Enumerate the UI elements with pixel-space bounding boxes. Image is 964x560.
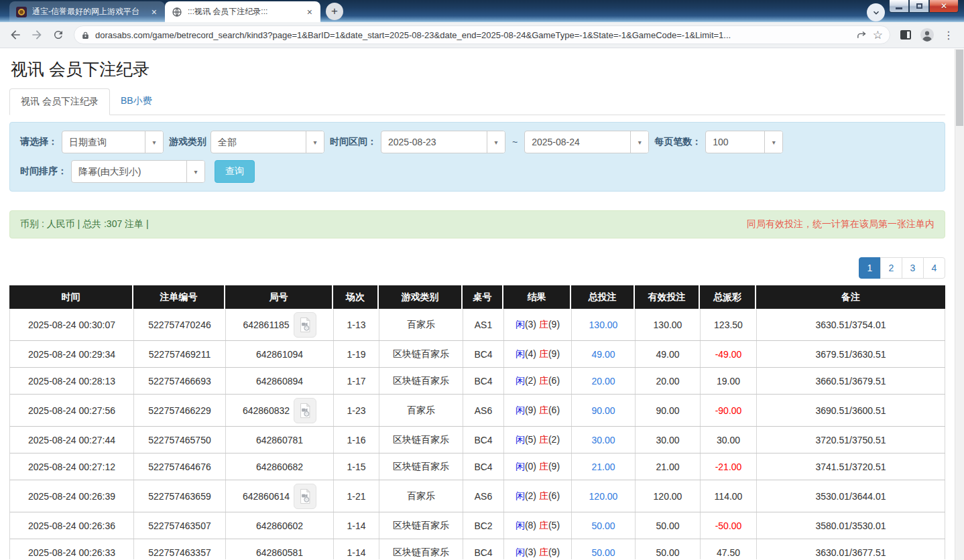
browser-tab-betrecord[interactable]: :::视讯 会员下注纪录::: × (165, 1, 320, 22)
browser-tab-home[interactable]: 通宝-信誉最好的网上游戏平台 × (9, 1, 165, 22)
cell-total-bet: 130.00 (572, 309, 636, 340)
tab-close-icon[interactable]: × (306, 7, 314, 17)
cell-time: 2025-08-24 00:26:36 (10, 512, 134, 539)
page-button-3[interactable]: 3 (902, 257, 924, 279)
table-row: 2025-08-24 00:27:56 522757466229 6428608… (9, 395, 945, 427)
video-file-icon (298, 316, 312, 334)
caret-down-icon[interactable]: ▾ (630, 131, 648, 153)
minimize-button[interactable] (889, 0, 909, 13)
total-bet-link[interactable]: 30.00 (591, 435, 615, 445)
total-bet-link[interactable]: 21.00 (591, 462, 615, 472)
cell-round-id: 642860832 (226, 395, 334, 426)
pagination: 1234 (9, 257, 945, 279)
cell-table-code: AS6 (463, 480, 504, 512)
tab-strip: 通宝-信誉最好的网上游戏平台 × :::视讯 会员下注纪录::: × + (9, 1, 343, 22)
banker-result: 庄 (539, 461, 548, 472)
cell-session: 1-21 (334, 480, 379, 512)
cell-total-bet: 90.00 (572, 395, 636, 426)
tab-search-button[interactable] (867, 3, 885, 21)
cell-bet-id: 522757463507 (134, 512, 226, 539)
cell-round-id: 642860894 (226, 368, 334, 394)
total-bet-link[interactable]: 20.00 (591, 376, 615, 387)
page-scrollbar[interactable] (955, 49, 964, 560)
total-bet-link[interactable]: 90.00 (591, 405, 615, 416)
caret-down-icon[interactable]: ▾ (487, 131, 505, 153)
back-button[interactable] (5, 25, 25, 45)
date-end-select[interactable]: 2025-08-24 ▾ (524, 131, 649, 153)
tab-betrecord[interactable]: 视讯 会员下注纪录 (9, 88, 110, 115)
cell-time: 2025-08-24 00:27:44 (10, 427, 134, 453)
cell-payout: 47.50 (701, 539, 757, 559)
cell-bet-id: 522757466229 (134, 395, 226, 426)
cell-game-type: 区块链百家乐 (379, 539, 463, 559)
scrollbar-thumb[interactable] (956, 50, 963, 126)
maximize-button[interactable] (909, 0, 929, 13)
cell-table-code: BC4 (463, 341, 504, 367)
summary-bar: 币别 : 人民币 | 总共 :307 注单 | 同局有效投注，统一计算在该局第一… (9, 210, 945, 238)
bookmark-star-icon[interactable]: ☆ (873, 28, 883, 42)
cell-total-bet: 30.00 (572, 427, 636, 453)
side-panel-button[interactable] (896, 25, 916, 45)
cell-table-code: AS1 (463, 309, 504, 340)
cell-result: 闲(8) 庄(5) (504, 512, 572, 539)
cell-bet-id: 522757463659 (134, 480, 226, 512)
video-replay-button[interactable] (294, 398, 316, 423)
cell-game-type: 区块链百家乐 (379, 341, 463, 367)
cell-time: 2025-08-24 00:27:56 (10, 395, 134, 426)
cell-time: 2025-08-24 00:26:39 (10, 480, 134, 512)
date-start-select[interactable]: 2025-08-23 ▾ (381, 131, 505, 153)
cell-round-id: 642861185 (226, 309, 334, 340)
range-tilde: ~ (509, 137, 520, 147)
page-button-2[interactable]: 2 (880, 257, 902, 279)
per-page-select[interactable]: 100 ▾ (705, 131, 783, 153)
cell-round-id: 642861094 (226, 341, 334, 367)
banker-result: 庄 (539, 348, 548, 359)
cell-bet-id: 522757463357 (134, 539, 226, 559)
table-body: 2025-08-24 00:30:07 522757470246 6428611… (9, 309, 945, 559)
forward-button[interactable] (27, 25, 47, 45)
caret-down-icon[interactable]: ▾ (145, 131, 163, 153)
cell-note: 3679.51/3630.51 (757, 341, 945, 367)
caret-down-icon[interactable]: ▾ (306, 131, 324, 153)
sort-select[interactable]: 降幂(由大到小) ▾ (71, 160, 205, 183)
cell-round-id: 642860602 (226, 512, 334, 539)
menu-button[interactable]: ⋮ (939, 25, 959, 45)
currency-summary: 币别 : 人民币 | 总共 :307 注单 | (20, 218, 149, 230)
total-bet-link[interactable]: 130.00 (589, 320, 618, 330)
cell-session: 1-15 (334, 453, 379, 480)
url-text[interactable]: dorasabs.com/game/betrecord_search/kind3… (95, 30, 851, 40)
query-type-select[interactable]: 日期查询 ▾ (62, 131, 164, 153)
tab-close-icon[interactable]: × (150, 7, 158, 17)
total-bet-link[interactable]: 50.00 (591, 520, 615, 531)
cell-payout: -21.00 (701, 453, 757, 480)
cell-result: 闲(9) 庄(6) (504, 395, 572, 426)
reload-button[interactable] (48, 25, 68, 45)
back-icon (9, 28, 22, 42)
round-number: 642861185 (243, 320, 289, 330)
profile-button[interactable] (917, 25, 937, 45)
caret-down-icon[interactable]: ▾ (186, 161, 204, 182)
cell-valid-bet: 90.00 (636, 395, 701, 426)
address-bar[interactable]: dorasabs.com/game/betrecord_search/kind3… (74, 25, 890, 44)
cell-session: 1-13 (334, 309, 379, 340)
new-tab-button[interactable]: + (326, 3, 343, 20)
total-bet-link[interactable]: 49.00 (591, 349, 615, 360)
page-button-4[interactable]: 4 (923, 257, 945, 279)
cell-payout: 30.00 (701, 427, 757, 453)
query-button[interactable]: 查询 (215, 160, 255, 183)
cell-bet-id: 522757470246 (134, 309, 226, 340)
video-replay-button[interactable] (294, 312, 316, 338)
tab-bb-tip[interactable]: BB小费 (110, 88, 163, 115)
caret-down-icon[interactable]: ▾ (764, 131, 782, 153)
cell-result: 闲(5) 庄(2) (504, 427, 572, 453)
page-button-1[interactable]: 1 (859, 257, 881, 279)
close-button[interactable]: ✕ (929, 0, 959, 13)
total-bet-link[interactable]: 50.00 (591, 547, 615, 558)
game-type-select[interactable]: 全部 ▾ (210, 131, 324, 153)
share-icon[interactable] (856, 29, 867, 41)
game-type-label: 游戏类别 (169, 136, 206, 148)
cell-table-code: BC4 (463, 453, 504, 480)
page-tabs: 视讯 会员下注纪录 BB小费 (9, 88, 945, 115)
total-bet-link[interactable]: 120.00 (589, 491, 618, 502)
video-replay-button[interactable] (294, 484, 316, 509)
